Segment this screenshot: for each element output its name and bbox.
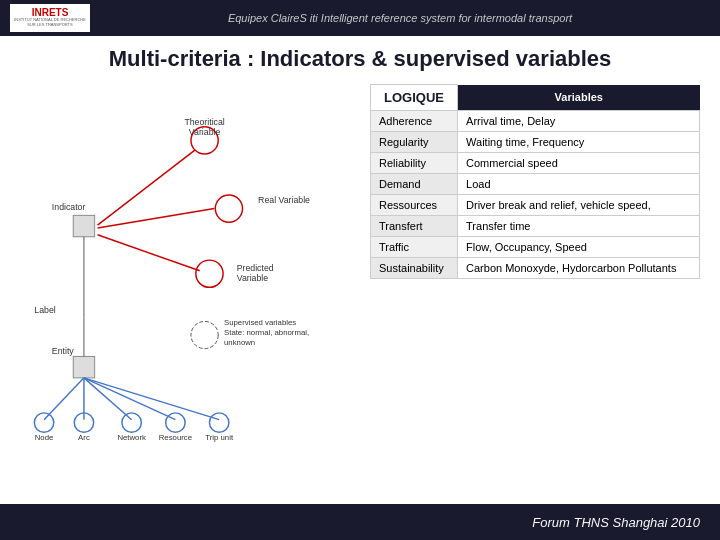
logique-cell: Regularity: [371, 132, 458, 153]
variables-cell: Commercial speed: [458, 153, 700, 174]
svg-text:Theoritical: Theoritical: [184, 117, 224, 127]
svg-text:Variable: Variable: [237, 273, 269, 283]
svg-point-6: [215, 195, 242, 222]
table-row: SustainabilityCarbon Monoxyde, Hydorcarb…: [371, 258, 700, 279]
logo-image: INRETS INSTITUT NATIONAL DE RECHERCHESUR…: [10, 4, 90, 32]
logo-container: INRETS INSTITUT NATIONAL DE RECHERCHESUR…: [10, 4, 90, 32]
svg-text:Supervised variables: Supervised variables: [224, 318, 296, 327]
col1-header: LOGIQUE: [371, 85, 458, 111]
indicators-table: LOGIQUE Variables AdherenceArrival time,…: [370, 84, 700, 279]
table-body: AdherenceArrival time, DelayRegularityWa…: [371, 111, 700, 279]
variables-cell: Flow, Occupancy, Speed: [458, 237, 700, 258]
svg-line-26: [84, 378, 219, 420]
svg-point-8: [196, 260, 223, 287]
variables-cell: Driver break and relief, vehicle speed,: [458, 195, 700, 216]
table-row: DemandLoad: [371, 174, 700, 195]
logique-cell: Transfert: [371, 216, 458, 237]
logique-cell: Reliability: [371, 153, 458, 174]
svg-rect-11: [73, 215, 94, 236]
logo-subtext: INSTITUT NATIONAL DE RECHERCHESUR LES TR…: [14, 18, 86, 28]
header-bar: INRETS INSTITUT NATIONAL DE RECHERCHESUR…: [0, 0, 720, 36]
table-area: LOGIQUE Variables AdherenceArrival time,…: [370, 84, 700, 494]
table-row: ReliabilityCommercial speed: [371, 153, 700, 174]
logique-cell: Demand: [371, 174, 458, 195]
logique-cell: Traffic: [371, 237, 458, 258]
svg-line-24: [84, 378, 132, 420]
svg-point-29: [122, 413, 141, 432]
svg-text:unknown: unknown: [224, 338, 255, 347]
svg-point-30: [166, 413, 185, 432]
svg-point-31: [209, 413, 228, 432]
svg-text:State: normal, abnormal,: State: normal, abnormal,: [224, 328, 309, 337]
svg-text:Real Variable: Real Variable: [258, 195, 310, 205]
variables-cell: Arrival time, Delay: [458, 111, 700, 132]
svg-text:Trip unit: Trip unit: [205, 433, 234, 442]
svg-rect-15: [73, 356, 94, 377]
diagram-svg: Theoritical Variable Real Variable Predi…: [20, 84, 360, 444]
svg-text:Resource: Resource: [159, 433, 192, 442]
table-row: TrafficFlow, Occupancy, Speed: [371, 237, 700, 258]
svg-line-22: [44, 378, 84, 420]
svg-text:Network: Network: [117, 433, 146, 442]
variables-cell: Load: [458, 174, 700, 195]
header-title: Equipex ClaireS iti Intelligent referenc…: [90, 12, 710, 24]
svg-point-18: [191, 321, 218, 348]
table-row: RessourcesDriver break and relief, vehic…: [371, 195, 700, 216]
content-area: Theoritical Variable Real Variable Predi…: [20, 84, 700, 494]
svg-text:Predicted: Predicted: [237, 263, 274, 273]
table-row: RegularityWaiting time, Frequency: [371, 132, 700, 153]
main-content: Multi-criteria : Indicators & supervised…: [0, 36, 720, 504]
logique-cell: Sustainability: [371, 258, 458, 279]
footer-bar: Forum THNS Shanghai 2010: [0, 504, 720, 540]
svg-text:Indicator: Indicator: [52, 202, 86, 212]
diagram-area: Theoritical Variable Real Variable Predi…: [20, 84, 360, 494]
svg-text:Arc: Arc: [78, 433, 90, 442]
svg-text:Entity: Entity: [52, 346, 75, 356]
svg-point-27: [34, 413, 53, 432]
table-row: AdherenceArrival time, Delay: [371, 111, 700, 132]
page-title: Multi-criteria : Indicators & supervised…: [20, 46, 700, 72]
variables-cell: Transfer time: [458, 216, 700, 237]
variables-cell: Waiting time, Frequency: [458, 132, 700, 153]
svg-text:Variable: Variable: [189, 127, 221, 137]
logique-cell: Adherence: [371, 111, 458, 132]
table-row: TransfertTransfer time: [371, 216, 700, 237]
col2-header: Variables: [458, 85, 700, 111]
variables-cell: Carbon Monoxyde, Hydorcarbon Pollutants: [458, 258, 700, 279]
svg-text:Label: Label: [34, 305, 55, 315]
svg-line-2: [98, 235, 200, 271]
footer-text: Forum THNS Shanghai 2010: [532, 515, 700, 530]
svg-text:Node: Node: [35, 433, 54, 442]
logique-cell: Ressources: [371, 195, 458, 216]
